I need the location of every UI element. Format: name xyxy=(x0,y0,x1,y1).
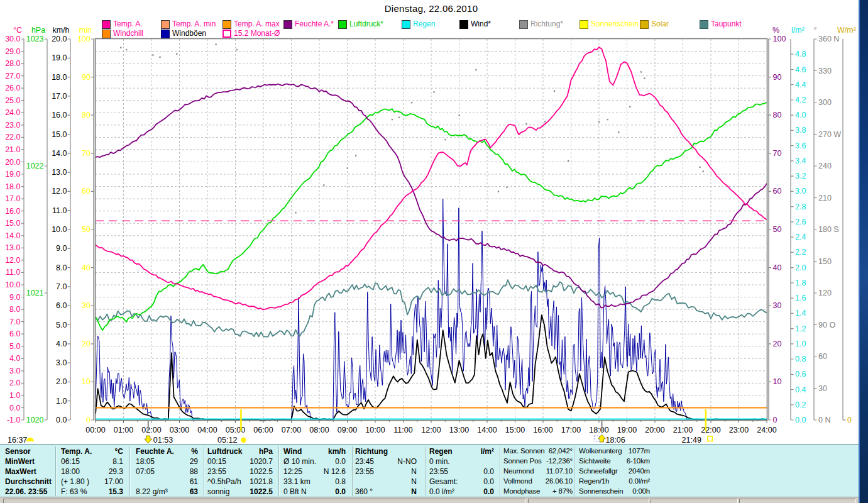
y-axis-tick-label: 330 xyxy=(818,67,832,75)
y-axis-tick-label: 4.0 xyxy=(795,111,806,119)
status-bar-panel xyxy=(528,499,649,503)
y-axis-tick-label: 80 xyxy=(82,111,91,119)
y-axis-tick-label: 5.0 xyxy=(9,342,20,351)
y-axis-tick-label: 20 xyxy=(82,340,91,348)
y-axis-tick-label: 3.0 xyxy=(9,367,20,375)
axis-unit-label: % xyxy=(772,26,779,35)
y-axis-tick-label: 1.0 xyxy=(56,397,67,406)
x-axis-tick-label: 04:00 xyxy=(197,426,217,434)
y-axis-tick-label: 60 xyxy=(818,352,827,361)
y-axis-tick-label: 50 xyxy=(82,225,91,234)
table-cell: % xyxy=(123,447,198,456)
y-axis-tick-label: 24.0 xyxy=(5,108,20,117)
y-axis-tick-label: 7.0 xyxy=(56,282,67,291)
axis-unit-label: hPa xyxy=(31,26,45,35)
table-cell: N-NO xyxy=(341,457,417,466)
x-axis-tick-label: 10:00 xyxy=(365,426,385,434)
x-axis-tick-label: 05:00 xyxy=(226,426,245,434)
y-axis-tick-label: 16.0 xyxy=(5,207,20,216)
y-axis-tick-label: 8.0 xyxy=(9,305,20,314)
y-axis-tick-label: 0 xyxy=(773,416,777,424)
table-header-row: SensorTemp. A.°CFeuchte A.%LuftdruckhPaW… xyxy=(0,446,859,456)
table-cell: N xyxy=(341,487,417,496)
y-axis-tick-label: 4.0 xyxy=(9,354,20,363)
y-axis-tick-label: 4.8 xyxy=(795,50,806,58)
moonset-time-label: 01:53 xyxy=(153,436,173,444)
x-axis-tick-label: 24:00 xyxy=(757,426,776,434)
x-axis-tick-label: 17:00 xyxy=(561,426,581,434)
y-axis-tick-label: 0.6 xyxy=(795,370,806,379)
y-axis-tick-label: 3.0 xyxy=(795,187,806,196)
x-axis-labels: 00:0001:0002:0003:0004:0005:0006:0007:00… xyxy=(85,426,776,434)
y-axis-tick-label: 80 xyxy=(773,111,782,119)
y-axis-tick-label: 1021 xyxy=(26,289,44,297)
y-axis-tick-label: 23.0 xyxy=(5,121,20,130)
x-axis-tick-label: 21:00 xyxy=(673,426,693,434)
table-cell: 17.00 xyxy=(48,477,123,486)
y-axis-tick-label: 20.0 xyxy=(5,158,20,167)
y-axis-tick-label: 270 W xyxy=(818,130,841,139)
y-axis-tick-label: 70 xyxy=(773,149,782,158)
table-cell: 0.0 xyxy=(419,467,494,476)
x-axis-tick-label: 23:00 xyxy=(729,426,749,434)
y-axis-tick-label: 14.0 xyxy=(5,231,20,240)
y-axis-tick-label: 22.0 xyxy=(5,133,20,141)
table-row: MaxWert18:0029.307:058823:551022.512:25N… xyxy=(0,467,859,477)
y-axis-tick-label: 1.8 xyxy=(795,279,806,287)
x-axis-tick-label: 15:00 xyxy=(505,426,525,434)
y-axis-tick-label: 3.4 xyxy=(795,157,806,165)
x-axis-tick-label: 18:00 xyxy=(589,426,608,434)
y-axis-tick-label: 14.0 xyxy=(52,149,67,158)
y-axis-tick-label: 10 xyxy=(773,377,782,386)
y-axis-tick-label: 40 xyxy=(82,263,91,272)
x-axis-tick-label: 12:00 xyxy=(421,426,441,434)
y-axis-tick-label: 30 xyxy=(818,384,827,393)
status-bar-panel xyxy=(3,499,526,503)
y-axis-tick-label: 16.0 xyxy=(52,111,67,119)
y-axis-tick-label: 19.0 xyxy=(52,53,67,62)
status-bar-panel xyxy=(651,499,738,503)
y-axis-tick-label: 300 xyxy=(818,98,832,107)
axis-unit-label: l/m² xyxy=(791,26,805,35)
y-axis-tick-label: 10 xyxy=(82,377,91,386)
axis-unit-label: W/m² xyxy=(837,26,856,35)
sunset-sun-icon xyxy=(708,436,713,441)
y-axis-tick-label: 11.0 xyxy=(52,206,67,215)
y-axis-tick-label: 1.2 xyxy=(795,324,806,333)
y-axis-tick-label: 40 xyxy=(773,263,782,272)
y-axis-tick-label: 15.0 xyxy=(52,130,67,139)
y-axis-tick-label: 0.8 xyxy=(795,355,806,363)
table-cell: l/m² xyxy=(419,447,494,456)
table-cell: MaxWert xyxy=(5,467,36,476)
table-cell: 1020.7 xyxy=(197,457,273,466)
y-axis-tick-label: 3.0 xyxy=(56,358,67,367)
y-axis-tick-label: 2.4 xyxy=(795,233,806,241)
y-axis-tick-label: 240 xyxy=(818,162,832,170)
y-axis-tick-label: 0.0 xyxy=(795,416,806,424)
table-cell: Durchschnitt xyxy=(5,477,52,486)
y-axis-tick-label: 4.0 xyxy=(56,340,67,348)
y-axis-tick-label: 18.0 xyxy=(52,73,67,82)
axis-percent: 1009080706050403020100% xyxy=(769,26,786,424)
axis-hPa: 1023102210211020hPa xyxy=(26,26,47,424)
sunrise-time-label: 05:12 xyxy=(217,436,237,444)
status-bar-panel xyxy=(739,499,856,503)
moonset-arrow-icon xyxy=(145,436,152,443)
y-axis-tick-label: 150 xyxy=(818,257,832,266)
y-axis-tick-label: 17.0 xyxy=(52,92,67,101)
x-axis-tick-label: 00:00 xyxy=(85,426,105,434)
table-cell: 26.06.10 xyxy=(497,477,573,485)
desktop-background-strip xyxy=(859,0,868,503)
y-axis-tick-label: 21.0 xyxy=(5,145,20,154)
sun-position-time-label: 16:37 xyxy=(8,436,27,444)
y-axis-tick-label: 2.2 xyxy=(795,248,806,257)
x-axis-tick-label: 09:00 xyxy=(338,426,357,434)
table-cell: 88 xyxy=(123,467,198,476)
y-axis-tick-label: 0 N xyxy=(818,416,830,424)
table-cell: + 87% xyxy=(497,487,573,495)
y-axis-tick-label: 30 xyxy=(82,301,91,310)
table-cell: 8.1 xyxy=(48,457,123,466)
y-axis-tick-label: 1.6 xyxy=(795,294,806,302)
x-axis-tick-label: 03:00 xyxy=(170,426,189,434)
moonrise-time-label: 18:06 xyxy=(605,436,625,444)
